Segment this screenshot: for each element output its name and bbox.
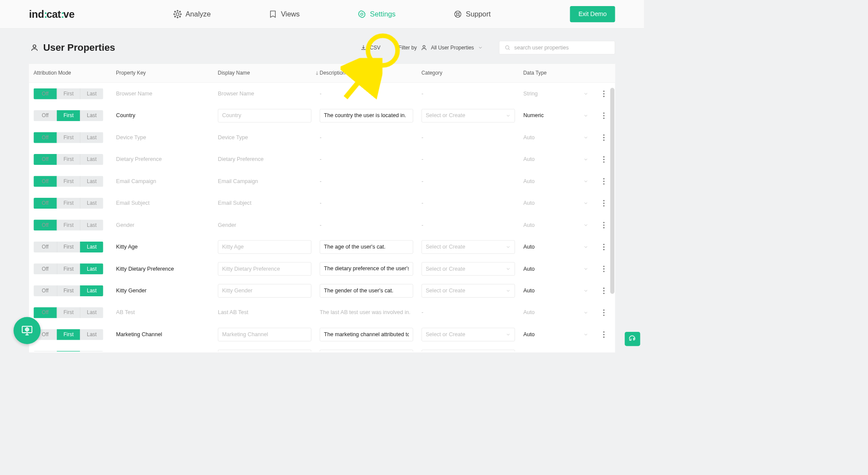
seg-last[interactable]: Last xyxy=(80,329,103,340)
attribution-toggle[interactable]: Off First Last xyxy=(33,132,103,143)
seg-last[interactable]: Last xyxy=(80,285,103,296)
display-name-input[interactable] xyxy=(218,109,311,122)
seg-first[interactable]: First xyxy=(57,88,80,99)
seg-off[interactable]: Off xyxy=(33,285,56,296)
display-name-input[interactable] xyxy=(218,350,311,351)
category-select[interactable]: Select or Create xyxy=(422,350,515,351)
scrollbar[interactable] xyxy=(610,88,614,294)
data-type-select[interactable]: Auto xyxy=(523,331,594,338)
category-select[interactable]: Select or Create xyxy=(422,284,515,297)
seg-off[interactable]: Off xyxy=(33,351,56,351)
seg-last[interactable]: Last xyxy=(80,198,103,209)
attribution-toggle[interactable]: Off First Last xyxy=(33,176,103,187)
seg-first[interactable]: First xyxy=(57,154,80,165)
seg-off[interactable]: Off xyxy=(33,307,56,318)
seg-off[interactable]: Off xyxy=(33,88,56,99)
seg-off[interactable]: Off xyxy=(33,132,56,143)
category-select[interactable]: Select or Create xyxy=(422,328,515,341)
col-desc[interactable]: Description xyxy=(320,70,421,76)
seg-first[interactable]: First xyxy=(57,242,80,252)
chat-fab[interactable] xyxy=(625,332,640,346)
col-display[interactable]: Display Name xyxy=(218,70,320,76)
display-name-input[interactable] xyxy=(218,240,311,254)
seg-last[interactable]: Last xyxy=(80,307,103,318)
seg-last[interactable]: Last xyxy=(80,219,103,230)
data-type-select[interactable]: Auto xyxy=(523,178,594,184)
data-type-select[interactable]: Auto xyxy=(523,265,594,272)
seg-off[interactable]: Off xyxy=(33,242,56,252)
seg-first[interactable]: First xyxy=(57,198,80,209)
display-name-input[interactable] xyxy=(218,262,311,275)
description-input[interactable] xyxy=(320,284,413,297)
seg-last[interactable]: Last xyxy=(80,263,103,274)
nav-support[interactable]: Support xyxy=(454,10,491,18)
data-type-select[interactable]: Auto xyxy=(523,309,594,316)
seg-off[interactable]: Off xyxy=(33,110,56,121)
filter-by[interactable]: Filter by All User Properties xyxy=(399,44,483,51)
nav-views[interactable]: Views xyxy=(269,10,300,18)
csv-button[interactable]: CSV xyxy=(356,42,385,53)
attribution-toggle[interactable]: Off First Last xyxy=(33,154,103,165)
attribution-toggle[interactable]: Off First Last xyxy=(33,307,103,318)
attribution-toggle[interactable]: Off First Last xyxy=(33,88,103,99)
row-menu-button[interactable] xyxy=(594,328,614,342)
seg-off[interactable]: Off xyxy=(33,263,56,274)
attribution-toggle[interactable]: Off First Last xyxy=(33,219,103,230)
col-cat[interactable]: Category xyxy=(422,70,523,76)
display-name-input[interactable] xyxy=(218,328,311,341)
attribution-toggle[interactable]: Off First Last xyxy=(33,351,103,351)
data-type-select[interactable]: Auto xyxy=(523,200,594,206)
attribution-toggle[interactable]: Off First Last xyxy=(33,285,103,296)
seg-off[interactable]: Off xyxy=(33,154,56,165)
category-select[interactable]: Select or Create xyxy=(422,262,515,275)
help-fab[interactable] xyxy=(13,317,40,344)
description-input[interactable] xyxy=(320,240,413,254)
attribution-toggle[interactable]: Off First Last xyxy=(33,110,103,121)
seg-first[interactable]: First xyxy=(57,176,80,187)
attribution-toggle[interactable]: Off First Last xyxy=(33,263,103,274)
seg-last[interactable]: Last xyxy=(80,176,103,187)
seg-last[interactable]: Last xyxy=(80,154,103,165)
seg-first[interactable]: First xyxy=(57,132,80,143)
nav-settings[interactable]: Settings xyxy=(358,10,396,18)
seg-first[interactable]: First xyxy=(57,285,80,296)
seg-first[interactable]: First xyxy=(57,219,80,230)
col-key[interactable]: Property Key xyxy=(116,70,218,76)
row-menu-button[interactable] xyxy=(594,349,614,351)
data-type-select[interactable]: Auto xyxy=(523,222,594,228)
seg-off[interactable]: Off xyxy=(33,198,56,209)
seg-last[interactable]: Last xyxy=(80,110,103,121)
category-select[interactable]: Select or Create xyxy=(422,240,515,254)
seg-first[interactable]: First xyxy=(57,307,80,318)
data-type-select[interactable]: Auto xyxy=(523,244,594,250)
seg-last[interactable]: Last xyxy=(80,88,103,99)
search-input[interactable] xyxy=(514,44,610,51)
row-menu-button[interactable] xyxy=(594,305,614,320)
description-input[interactable] xyxy=(320,262,413,275)
seg-first[interactable]: First xyxy=(57,329,80,340)
seg-off[interactable]: Off xyxy=(33,219,56,230)
display-name-input[interactable] xyxy=(218,284,311,297)
seg-off[interactable]: Off xyxy=(33,176,56,187)
exit-demo-button[interactable]: Exit Demo xyxy=(570,6,615,22)
col-attr[interactable]: Attribution Mode xyxy=(33,70,116,76)
data-type-select[interactable]: Numeric xyxy=(523,112,594,119)
logo[interactable]: ind:cat:ve xyxy=(29,8,75,20)
description-input[interactable] xyxy=(320,328,413,341)
search-wrap[interactable] xyxy=(499,41,615,54)
category-select[interactable]: Select or Create xyxy=(422,109,515,122)
seg-first[interactable]: First xyxy=(57,351,80,351)
attribution-toggle[interactable]: Off First Last xyxy=(33,242,103,252)
seg-last[interactable]: Last xyxy=(80,242,103,252)
attribution-toggle[interactable]: Off First Last xyxy=(33,329,103,340)
nav-analyze[interactable]: Analyze xyxy=(173,10,211,18)
data-type-select[interactable]: Auto xyxy=(523,288,594,294)
data-type-select[interactable]: Auto xyxy=(523,134,594,141)
seg-last[interactable]: Last xyxy=(80,132,103,143)
seg-first[interactable]: First xyxy=(57,110,80,121)
data-type-select[interactable]: String xyxy=(523,91,594,97)
description-input[interactable] xyxy=(320,350,413,351)
attribution-toggle[interactable]: Off First Last xyxy=(33,198,103,209)
seg-last[interactable]: Last xyxy=(80,351,103,351)
seg-first[interactable]: First xyxy=(57,263,80,274)
